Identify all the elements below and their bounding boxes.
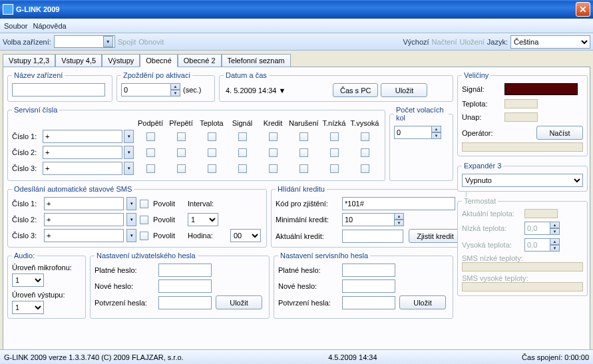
tab-inputs-123[interactable]: Vstupy 1,2,3 [3, 54, 55, 67]
close-button[interactable]: ✕ [576, 2, 590, 17]
delay-input[interactable] [121, 83, 170, 96]
status-version: G-LINK 2009 verze 1.3.3.740 (C) 2009 FLA… [4, 353, 184, 361]
service-headers: PodpětíPřepětíTeplotaSignálKreditNarušen… [12, 118, 381, 128]
refresh-button[interactable]: Obnovit [138, 38, 164, 46]
tab-phonebook[interactable]: Telefonní seznam [222, 54, 291, 67]
service-pw-confirm[interactable] [342, 296, 395, 309]
thermo-current [524, 209, 558, 218]
chk-1-alarm[interactable] [299, 132, 308, 141]
user-password-group: Nastavení uživatelského hesla Platné hes… [90, 252, 270, 319]
sms-1-dropdown[interactable]: ▾ [126, 197, 136, 210]
min-credit-input[interactable] [342, 213, 394, 226]
service-password-group: Nastavení servisního hesla Platné heslo:… [274, 252, 453, 319]
service-3-dropdown[interactable]: ▾ [124, 162, 134, 175]
status-datetime: 4.5.2009 14:34 [328, 353, 377, 361]
user-pw-new[interactable] [158, 279, 212, 293]
expander-group: Expandér 3 Vypnuto [457, 162, 588, 192]
load-button[interactable]: Načtení [432, 38, 457, 46]
titlebar: G-LINK 2009 ✕ [0, 0, 593, 19]
sms-low-temp [462, 262, 583, 272]
sms-number-1[interactable] [44, 197, 124, 210]
tab-general-2[interactable]: Obecné 2 [178, 54, 222, 67]
credit-group: Hlídání kreditu Kód pro zjištění: Minimá… [271, 185, 467, 248]
app-icon [3, 4, 13, 15]
current-credit-display [342, 230, 403, 243]
chk-1-tlow[interactable] [330, 132, 339, 141]
service-number-2[interactable] [43, 146, 122, 159]
sms-3-enable[interactable] [140, 232, 148, 240]
service-row-1: Číslo 1: ▾ [12, 128, 381, 144]
save-button[interactable]: Uložení [460, 38, 485, 46]
sms-interval-select[interactable]: 1 [188, 213, 218, 226]
audio-group: Audio: Úroveň mikrofonu: 1 Úroveň výstup… [7, 252, 86, 319]
expander-select[interactable]: Vypnuto [462, 174, 583, 187]
call-loops-input[interactable] [394, 126, 431, 139]
credit-code-input[interactable] [342, 197, 455, 210]
user-pw-confirm[interactable] [158, 296, 212, 309]
language-label: Jazyk: [487, 38, 508, 46]
service-2-dropdown[interactable]: ▾ [124, 146, 134, 159]
service-1-dropdown[interactable]: ▾ [124, 130, 134, 143]
sms-hour-select[interactable]: 00 [230, 229, 261, 242]
tab-outputs[interactable]: Výstupy [102, 54, 140, 67]
operator-display [462, 142, 583, 152]
thermostat-group: Termostat Aktuální teplota: Nízká teplot… [457, 197, 588, 296]
device-name-input[interactable] [12, 83, 105, 96]
tab-panel-general: Název zařízení Zpoždění po aktivaci ▲▼ (… [3, 67, 590, 351]
service-pw-current[interactable] [342, 264, 395, 277]
sms-2-dropdown[interactable]: ▾ [126, 213, 136, 226]
voltage-display [504, 112, 538, 122]
service-number-1[interactable] [43, 130, 122, 143]
service-pw-new[interactable] [342, 279, 395, 293]
delay-spinner[interactable]: ▲▼ [170, 83, 180, 96]
device-select[interactable]: ▼ [54, 35, 115, 48]
chk-1-credit[interactable] [269, 132, 278, 141]
temperature-display [504, 99, 538, 108]
service-pw-save-button[interactable]: Uložit [399, 295, 446, 309]
window-title: G-LINK 2009 [16, 5, 576, 13]
device-name-group: Název zařízení [7, 71, 112, 102]
datetime-group: Datum a čas 4. 5.2009 14:34▼ Čas s PC Ul… [219, 71, 453, 102]
pc-time-button[interactable]: Čas s PC [333, 83, 378, 97]
sms-1-enable[interactable] [140, 200, 148, 208]
signal-display [504, 83, 578, 95]
service-row-2: Číslo 2: ▾ [12, 144, 381, 160]
quantities-group: Veličiny Signál: Teplota: Unap: Operátor… [457, 71, 588, 156]
service-number-3[interactable] [43, 162, 122, 175]
datetime-picker[interactable]: 4. 5.2009 14:34▼ [224, 87, 330, 94]
datetime-save-button[interactable]: Uložit [381, 83, 427, 97]
output-level-select[interactable]: 1 [12, 301, 44, 314]
sms-number-3[interactable] [44, 229, 124, 242]
auto-sms-group: Odesílání automatické stavové SMS Číslo … [7, 185, 267, 248]
tab-general[interactable]: Obecné [140, 54, 178, 67]
chk-1-undervolt[interactable] [146, 132, 155, 141]
status-bar: G-LINK 2009 verze 1.3.3.740 (C) 2009 FLA… [0, 349, 593, 364]
language-select[interactable]: Čeština [510, 35, 590, 49]
sms-number-2[interactable] [44, 213, 124, 226]
menu-file[interactable]: Soubor [4, 22, 27, 30]
menubar: Soubor Nápověda [0, 19, 593, 33]
chk-1-signal[interactable] [238, 132, 247, 141]
thermo-low [524, 222, 550, 235]
user-pw-save-button[interactable]: Uložit [216, 295, 262, 309]
check-credit-button[interactable]: Zjistit kredit [409, 229, 462, 243]
user-pw-current[interactable] [158, 264, 212, 277]
chk-1-temp[interactable] [208, 132, 216, 141]
chk-1-overvolt[interactable] [177, 132, 186, 141]
defaults-button[interactable]: Výchozí [403, 38, 429, 46]
menu-help[interactable]: Nápověda [33, 22, 66, 30]
tab-inputs-45[interactable]: Vstupy 4,5 [55, 54, 102, 67]
sms-high-temp [462, 282, 583, 291]
mic-level-select[interactable]: 1 [12, 273, 44, 287]
connect-button[interactable]: Spojit [118, 38, 136, 46]
read-button[interactable]: Načíst [536, 126, 583, 140]
call-loops-group: Počet volacích kol ▲▼ [389, 106, 453, 181]
activation-delay-group: Zpoždění po aktivaci ▲▼ (sec.) [116, 71, 215, 102]
status-connection-time: Čas spojení: 0:00:00 [522, 353, 589, 361]
service-row-3: Číslo 3: ▾ [12, 160, 381, 176]
chk-1-thigh[interactable] [361, 132, 369, 141]
thermo-high [524, 238, 550, 252]
call-loops-spinner[interactable]: ▲▼ [431, 126, 441, 139]
sms-2-enable[interactable] [140, 216, 148, 224]
sms-3-dropdown[interactable]: ▾ [126, 229, 136, 242]
